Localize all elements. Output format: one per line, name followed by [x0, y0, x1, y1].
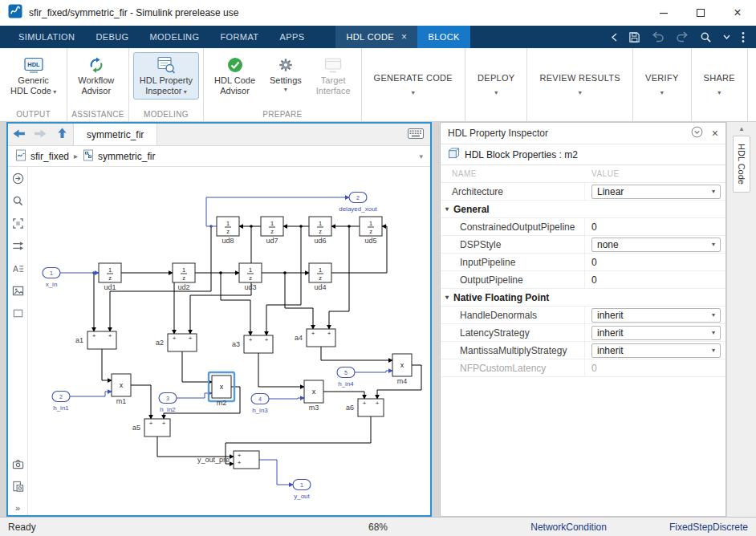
signal-wire[interactable] — [323, 392, 364, 399]
block-ud4[interactable]: 1zud4 — [309, 263, 331, 291]
signal-wire[interactable] — [182, 351, 212, 382]
signal-wire[interactable] — [177, 393, 212, 398]
block-h_in4[interactable]: 5h_in4 — [337, 367, 355, 388]
inspector-close-icon[interactable]: × — [712, 127, 718, 140]
status-solver[interactable]: FixedStepDiscrete — [669, 522, 748, 533]
collapse-toolstrip-icon[interactable]: ▴ — [740, 124, 744, 132]
block-delayed_xout[interactable]: 2delayed_xout — [339, 193, 377, 213]
hdl-code-dock-tab[interactable]: HDL Code — [733, 136, 750, 193]
back-button[interactable] — [8, 124, 30, 145]
block-ud6[interactable]: 1zud6 — [309, 217, 331, 245]
breadcrumb-item-symmetric-fir[interactable]: symmetric_fir — [83, 149, 155, 164]
block-h_in1[interactable]: 2h_in1 — [52, 392, 70, 412]
property-dropdown-dspstyle[interactable]: none▾ — [591, 238, 721, 252]
signal-wire[interactable] — [157, 437, 234, 457]
area-icon[interactable] — [12, 307, 24, 319]
deploy-button[interactable]: DEPLOY▾ — [467, 48, 525, 121]
block-m2[interactable]: xm2 — [209, 372, 234, 407]
status-network-condition[interactable]: NetworkCondition — [530, 522, 607, 533]
image-icon[interactable] — [12, 285, 24, 297]
block-h_in2[interactable]: 3h_in2 — [159, 393, 177, 414]
tab-modeling[interactable]: MODELING — [140, 26, 210, 48]
collapse-left-icon[interactable] — [611, 33, 617, 42]
inspector-options-icon[interactable] — [691, 126, 703, 140]
generic-hdl-code-button[interactable]: HDLGenericHDL Code ▾ — [4, 52, 63, 99]
close-tab-icon[interactable]: × — [401, 31, 407, 43]
block-ud7[interactable]: 1zud7 — [261, 217, 283, 245]
model-canvas[interactable]: 1x_in2h_in13h_in24h_in35h_in42delayed_xo… — [28, 167, 430, 515]
block-y_out[interactable]: 1y_out — [293, 480, 311, 501]
block-h_in3[interactable]: 4h_in3 — [251, 394, 269, 415]
signal-wire[interactable] — [329, 226, 349, 329]
breadcrumb-item-sfir-fixed[interactable]: sfir_fixed — [15, 149, 69, 164]
block-x_in[interactable]: 1x_in — [43, 268, 60, 289]
block-m3[interactable]: xm3 — [304, 380, 323, 412]
hdl-code-advisor-button[interactable]: HDL CodeAdvisor — [208, 52, 262, 99]
property-value[interactable]: 0 — [585, 254, 726, 270]
section-row-general[interactable]: ▾General — [441, 201, 726, 218]
camera-icon[interactable] — [12, 458, 24, 470]
target-interface-button[interactable]: TargetInterface — [310, 52, 357, 99]
verify-button[interactable]: VERIFY▾ — [635, 48, 689, 121]
more-options-icon[interactable] — [742, 31, 745, 43]
workflow-advisor-button[interactable]: WorkflowAdvisor — [71, 52, 120, 99]
block-ud1[interactable]: 1zud1 — [99, 263, 121, 291]
generate-code-button[interactable]: GENERATE CODE▾ — [364, 48, 463, 121]
tab-debug[interactable]: DEBUG — [85, 26, 139, 48]
tab-hdl-code[interactable]: HDL CODE× — [335, 26, 417, 48]
property-value[interactable]: 0 — [585, 271, 726, 288]
tab-apps[interactable]: APPS — [269, 26, 315, 48]
block-ud2[interactable]: 1zud2 — [173, 263, 195, 291]
block-ud8[interactable]: 1zud8 — [217, 217, 239, 245]
toggle-explorer-icon[interactable] — [12, 173, 24, 185]
settings-button[interactable]: Settings▾ — [263, 52, 308, 95]
property-dropdown-handledenormals[interactable]: inherit▾ — [591, 308, 721, 323]
up-to-parent-button[interactable] — [51, 124, 73, 145]
property-value[interactable]: 0 — [585, 218, 726, 235]
caret-down-icon[interactable] — [723, 35, 730, 39]
palette-overflow-button[interactable]: » — [15, 503, 20, 513]
redo-icon[interactable] — [676, 31, 689, 43]
viewmark-icon[interactable] — [12, 481, 24, 493]
signal-wire[interactable] — [355, 371, 392, 372]
maximize-button[interactable] — [682, 0, 719, 26]
tab-format[interactable]: FORMAT — [209, 26, 269, 48]
close-button[interactable]: × — [719, 0, 756, 26]
keyboard-shortcuts-button[interactable] — [408, 124, 430, 145]
routing-icon[interactable] — [12, 240, 24, 252]
block-m1[interactable]: xm1 — [112, 374, 131, 405]
signal-wire[interactable] — [70, 392, 112, 396]
property-dropdown-architecture[interactable]: Linear▾ — [591, 185, 721, 199]
block-a1[interactable]: ++a1 — [75, 331, 116, 349]
fit-view-icon[interactable] — [12, 217, 24, 229]
section-row-native-floating-point[interactable]: ▾Native Floating Point — [441, 289, 726, 307]
signal-wire[interactable] — [259, 460, 293, 485]
signal-wire[interactable] — [258, 353, 304, 387]
block-ud5[interactable]: 1zud5 — [360, 217, 382, 245]
signal-wire[interactable] — [131, 385, 151, 419]
block-y_out_pre[interactable]: ++y_out_pre — [197, 451, 259, 469]
signal-wire[interactable] — [102, 349, 112, 380]
forward-button[interactable] — [30, 124, 51, 145]
block-m4[interactable]: xm4 — [392, 354, 412, 385]
zoom-icon[interactable] — [12, 195, 24, 207]
block-a2[interactable]: ++a2 — [156, 334, 197, 351]
block-ud3[interactable]: 1zud3 — [239, 263, 262, 291]
signal-wire[interactable] — [110, 226, 211, 331]
block-a4[interactable]: ++a4 — [295, 329, 335, 347]
signal-wire[interactable] — [269, 398, 304, 399]
tab-block[interactable]: BLOCK — [417, 26, 469, 48]
tab-simulation[interactable]: SIMULATION — [8, 26, 85, 48]
share-button[interactable]: SHARE▾ — [693, 48, 746, 121]
annotation-icon[interactable]: A — [12, 262, 24, 274]
block-a6[interactable]: ++a6 — [346, 399, 384, 416]
review-results-button[interactable]: REVIEW RESULTS▾ — [529, 48, 631, 121]
property-dropdown-mantissamultiplystrategy[interactable]: inherit▾ — [591, 343, 721, 358]
document-tab[interactable]: symmetric_fir — [73, 124, 157, 145]
minimize-button[interactable] — [645, 0, 682, 26]
block-a3[interactable]: ++a3 — [232, 335, 273, 353]
property-dropdown-latencystrategy[interactable]: inherit▾ — [591, 326, 721, 340]
undo-icon[interactable] — [652, 31, 665, 43]
breadcrumb-dropdown-icon[interactable]: ▾ — [419, 152, 423, 160]
search-icon[interactable] — [700, 31, 712, 43]
